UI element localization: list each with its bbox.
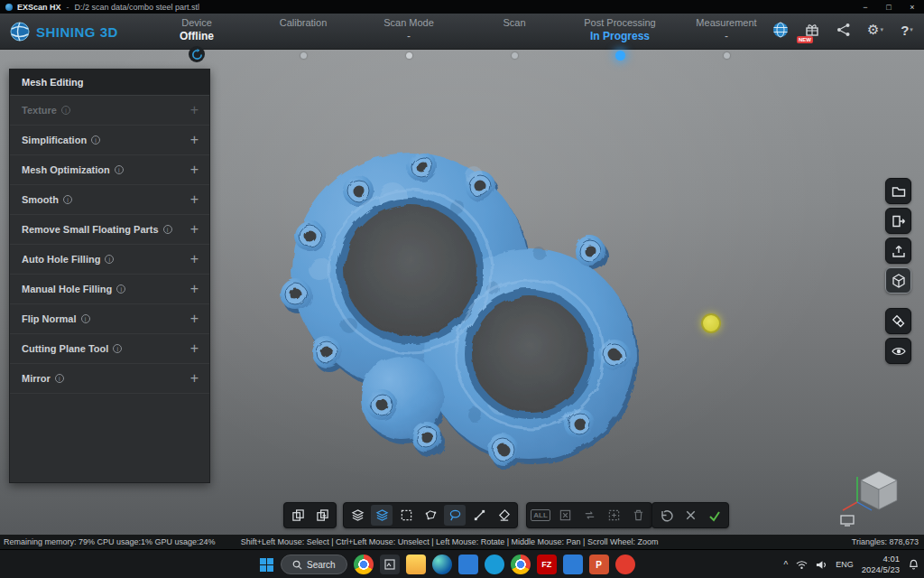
- sidebar-item-texture[interactable]: Texture i +: [10, 96, 209, 126]
- copy-data-button[interactable]: [287, 505, 309, 526]
- expand-plus-icon[interactable]: +: [190, 103, 199, 117]
- rectangle-select-button[interactable]: [395, 505, 417, 526]
- taskbar-search[interactable]: Search: [281, 555, 347, 574]
- app-icon-chrome[interactable]: [354, 555, 374, 574]
- expand-plus-icon[interactable]: +: [190, 282, 199, 296]
- close-button[interactable]: ×: [901, 0, 924, 14]
- app-icon-red-app[interactable]: [615, 555, 635, 574]
- lasso-select-button[interactable]: [444, 505, 466, 526]
- line-tool-icon: [473, 508, 486, 522]
- undo-button[interactable]: [655, 505, 677, 526]
- app-icon-chrome-2[interactable]: [511, 555, 531, 574]
- exscan-window: EXScan HX - D:/2 scan data/combo steel p…: [0, 0, 924, 578]
- wifi-icon[interactable]: [796, 560, 808, 570]
- info-icon[interactable]: i: [115, 165, 124, 174]
- model-view-button[interactable]: [885, 267, 911, 294]
- workflow-step-post-processing[interactable]: Post Processing In Progress: [561, 17, 679, 42]
- select-all-button[interactable]: ALL: [530, 505, 551, 526]
- app-icon-file-explorer[interactable]: [406, 555, 426, 574]
- monitor-icon: [840, 515, 855, 527]
- maximize-button[interactable]: □: [877, 0, 901, 14]
- open-project-button[interactable]: [885, 178, 911, 204]
- notification-bell-icon[interactable]: [908, 559, 919, 571]
- upload-share-button[interactable]: [885, 238, 911, 264]
- sidebar-item-simplification[interactable]: Simplification i +: [10, 126, 209, 155]
- layers-blue-icon: [375, 508, 389, 522]
- clock[interactable]: 4:01 2024/5/23: [862, 554, 900, 575]
- info-icon[interactable]: i: [113, 344, 122, 353]
- line-select-button[interactable]: [468, 505, 490, 526]
- expand-plus-icon[interactable]: +: [190, 133, 199, 147]
- app-icon-blue-app[interactable]: [458, 555, 478, 574]
- eraser-button[interactable]: [493, 505, 514, 526]
- speaker-icon[interactable]: [816, 560, 827, 570]
- tray-overflow-caret[interactable]: ^: [784, 560, 789, 570]
- info-icon[interactable]: i: [116, 284, 125, 294]
- sidebar-item-mesh-optimization[interactable]: Mesh Optimization i +: [10, 155, 209, 185]
- workflow-step-device[interactable]: Device Offline: [138, 17, 255, 42]
- sidebar-item-cutting-plane-tool[interactable]: Cutting Plane Tool i +: [10, 334, 209, 364]
- triangle-count: Triangles: 878,673: [852, 537, 919, 546]
- expand-plus-icon[interactable]: +: [190, 163, 199, 177]
- visibility-button[interactable]: [885, 338, 911, 364]
- sidebar-item-flip-normal[interactable]: Flip Normal i +: [10, 304, 209, 334]
- minimize-button[interactable]: −: [854, 0, 877, 14]
- community-button[interactable]: [771, 20, 790, 40]
- mouse-hints: Shift+Left Mouse: Select | Ctrl+Left Mou…: [241, 537, 659, 546]
- chevron-down-icon: ▾: [880, 26, 883, 33]
- workflow-step-measurement[interactable]: Measurement -: [668, 17, 785, 42]
- orientation-cube[interactable]: [837, 462, 906, 515]
- sidebar-item-smooth[interactable]: Smooth i +: [10, 185, 209, 215]
- info-icon[interactable]: i: [105, 255, 114, 264]
- invert-selection-button[interactable]: [578, 505, 600, 526]
- share-button[interactable]: [834, 20, 854, 40]
- fullscreen-toggle[interactable]: [840, 515, 855, 527]
- sidebar-item-manual-hole-filling[interactable]: Manual Hole Filling i +: [10, 275, 209, 304]
- deselect-all-button[interactable]: [554, 505, 576, 526]
- brand-name: SHINING 3D: [36, 24, 118, 40]
- expand-plus-icon[interactable]: +: [190, 252, 199, 266]
- app-icon-blue-app-2[interactable]: [563, 555, 583, 574]
- cancel-edit-button[interactable]: [679, 505, 701, 526]
- sidebar-item-mirror[interactable]: Mirror i +: [10, 364, 209, 394]
- workflow-step-scan[interactable]: Scan: [456, 17, 573, 30]
- language-indicator[interactable]: ENG: [836, 560, 854, 569]
- expand-plus-icon[interactable]: +: [190, 222, 199, 237]
- info-icon[interactable]: i: [81, 314, 90, 323]
- deselect-icon: [559, 508, 572, 522]
- workflow-step-scan-mode[interactable]: Scan Mode -: [350, 17, 467, 42]
- export-data-button[interactable]: [885, 208, 911, 234]
- info-icon[interactable]: i: [55, 374, 64, 383]
- copy-icon: [291, 508, 305, 522]
- expand-plus-icon[interactable]: +: [190, 312, 199, 326]
- app-icon-powerpoint[interactable]: P: [589, 555, 609, 574]
- expand-plus-icon[interactable]: +: [190, 371, 199, 386]
- delete-selected-button[interactable]: [627, 505, 649, 526]
- sidebar-item-remove-small-floating-parts[interactable]: Remove Small Floating Parts i +: [10, 215, 209, 245]
- show-all-layers-button[interactable]: [346, 505, 368, 526]
- info-icon[interactable]: i: [163, 225, 172, 234]
- selected-layers-button[interactable]: [371, 505, 393, 526]
- whats-new-button[interactable]: NEW: [802, 20, 822, 40]
- apply-edit-button[interactable]: [704, 505, 725, 526]
- info-icon[interactable]: i: [91, 135, 100, 144]
- workflow-step-calibration[interactable]: Calibration: [245, 17, 362, 30]
- chevron-down-icon: ▾: [910, 26, 913, 33]
- info-icon[interactable]: i: [61, 106, 70, 115]
- sidebar-item-auto-hole-filling[interactable]: Auto Hole Filling i +: [10, 245, 209, 275]
- app-icon-dark-app[interactable]: [380, 555, 400, 574]
- start-button[interactable]: [259, 557, 274, 573]
- app-icon-teal-app[interactable]: [485, 555, 504, 574]
- polygon-select-button[interactable]: [420, 505, 441, 526]
- expand-selection-button[interactable]: [603, 505, 624, 526]
- app-icon-filezilla[interactable]: FZ: [537, 555, 557, 574]
- help-button[interactable]: ? ▾: [897, 20, 917, 40]
- brand: SHINING 3D: [9, 21, 118, 42]
- expand-plus-icon[interactable]: +: [190, 341, 199, 356]
- feature-align-button[interactable]: [885, 308, 911, 334]
- settings-button[interactable]: ⚙ ▾: [865, 20, 885, 40]
- info-icon[interactable]: i: [63, 195, 72, 204]
- expand-plus-icon[interactable]: +: [190, 192, 199, 207]
- app-icon-edge[interactable]: [432, 555, 452, 574]
- duplicate-add-button[interactable]: [311, 505, 333, 526]
